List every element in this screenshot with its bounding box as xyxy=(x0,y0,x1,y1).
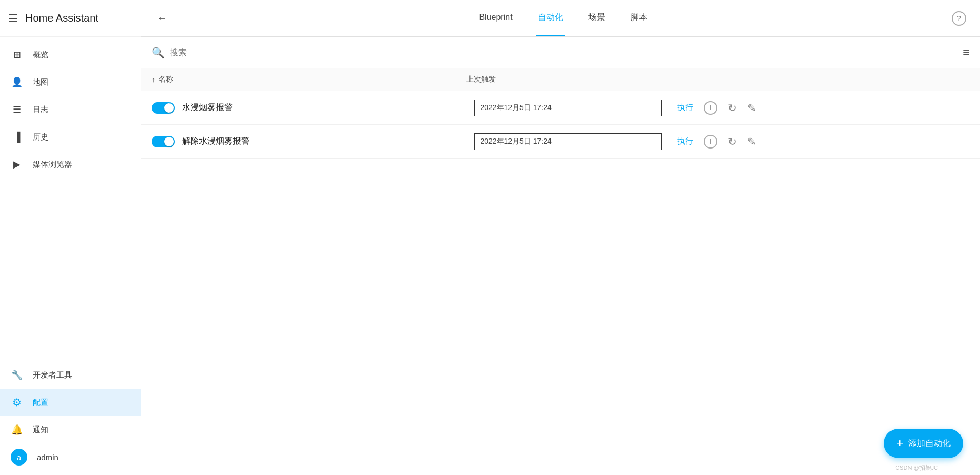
main-content: ← Blueprint自动化场景脚本 ? 🔍 ≡ ↑ 名称 上次触发 水浸烟雾报… xyxy=(141,0,980,475)
toggle-switch-row2[interactable] xyxy=(152,136,175,147)
map-icon: 👤 xyxy=(11,76,23,88)
sidebar: ☰ Home Assistant ⊞ 概览 👤 地图 ☰ 日志 ▐ 历史 ▶ 媒… xyxy=(0,0,141,475)
help-icon: ? xyxy=(952,11,966,26)
history-icon: ▐ xyxy=(11,131,23,143)
col-name-label: 名称 xyxy=(158,75,173,84)
sidebar-bottom: 🔧 开发者工具 ⚙ 配置 🔔 通知 a admin xyxy=(0,357,141,475)
sidebar-label-history: 历史 xyxy=(33,132,48,142)
config-icon: ⚙ xyxy=(11,396,23,409)
admin-avatar: a xyxy=(11,449,27,466)
sidebar-nav: ⊞ 概览 👤 地图 ☰ 日志 ▐ 历史 ▶ 媒体浏览器 xyxy=(0,37,141,357)
execute-button-row1[interactable]: 执行 xyxy=(677,103,693,113)
table-header: ↑ 名称 上次触发 xyxy=(141,68,980,91)
add-automation-fab[interactable]: + 添加自动化 xyxy=(884,429,963,458)
table-row: 水浸烟雾报警 2022年12月5日 17:24 执行 i ↻ ✎ xyxy=(141,91,980,125)
row-actions-row1: 执行 i ↻ ✎ xyxy=(662,101,969,115)
row-last-trigger-row1: 2022年12月5日 17:24 xyxy=(474,100,661,116)
sidebar-item-devtools[interactable]: 🔧 开发者工具 xyxy=(0,361,141,389)
row-last-trigger-row2: 2022年12月5日 17:24 xyxy=(474,133,661,150)
tab-blueprint[interactable]: Blueprint xyxy=(477,0,514,36)
sidebar-item-overview[interactable]: ⊞ 概览 xyxy=(0,41,141,68)
sidebar-item-admin[interactable]: a admin xyxy=(0,443,141,471)
sidebar-label-media: 媒体浏览器 xyxy=(33,160,72,170)
sidebar-label-admin: admin xyxy=(37,453,58,462)
sidebar-label-map: 地图 xyxy=(33,77,48,87)
search-input[interactable] xyxy=(170,48,957,57)
watermark: CSDN @招架JC xyxy=(895,464,938,472)
filter-icon[interactable]: ≡ xyxy=(963,46,969,60)
sidebar-item-media[interactable]: ▶ 媒体浏览器 xyxy=(0,151,141,178)
media-icon: ▶ xyxy=(11,158,23,171)
table-rows: 水浸烟雾报警 2022年12月5日 17:24 执行 i ↻ ✎ 解除水浸烟雾报… xyxy=(141,91,980,159)
history-icon-row2[interactable]: ↻ xyxy=(728,135,737,148)
row-name-row1: 水浸烟雾报警 xyxy=(182,102,474,113)
sidebar-label-logs: 日志 xyxy=(33,105,48,115)
execute-button-row2[interactable]: 执行 xyxy=(677,136,693,146)
app-title: Home Assistant xyxy=(25,12,98,24)
devtools-icon: 🔧 xyxy=(11,369,23,381)
edit-icon-row2[interactable]: ✎ xyxy=(747,135,756,148)
sidebar-item-map[interactable]: 👤 地图 xyxy=(0,68,141,96)
row-actions-row2: 执行 i ↻ ✎ xyxy=(662,135,969,149)
col-last-trigger-header: 上次触发 xyxy=(466,75,655,84)
search-bar: 🔍 ≡ xyxy=(141,37,980,68)
sidebar-label-overview: 概览 xyxy=(33,50,48,60)
table-row: 解除水浸烟雾报警 2022年12月5日 17:24 执行 i ↻ ✎ xyxy=(141,125,980,159)
tab-script[interactable]: 脚本 xyxy=(628,0,649,36)
sidebar-label-notify: 通知 xyxy=(33,425,48,435)
tab-automation[interactable]: 自动化 xyxy=(536,0,565,36)
col-name-header: ↑ 名称 xyxy=(152,75,466,84)
search-icon: 🔍 xyxy=(152,46,165,59)
menu-icon[interactable]: ☰ xyxy=(8,12,18,25)
row-name-row2: 解除水浸烟雾报警 xyxy=(182,136,474,147)
fab-plus-icon: + xyxy=(896,437,903,450)
sort-arrow-icon[interactable]: ↑ xyxy=(152,75,155,84)
tab-scene[interactable]: 场景 xyxy=(586,0,607,36)
history-icon-row1[interactable]: ↻ xyxy=(728,102,737,114)
topbar: ← Blueprint自动化场景脚本 ? xyxy=(141,0,980,37)
automation-table: ↑ 名称 上次触发 水浸烟雾报警 2022年12月5日 17:24 执行 i ↻… xyxy=(141,68,980,475)
logs-icon: ☰ xyxy=(11,103,23,116)
notify-icon: 🔔 xyxy=(11,423,23,436)
topbar-tabs: Blueprint自动化场景脚本 xyxy=(178,0,948,36)
overview-icon: ⊞ xyxy=(11,48,23,61)
info-icon-row1[interactable]: i xyxy=(704,101,717,115)
sidebar-label-config: 配置 xyxy=(33,398,48,408)
sidebar-header: ☰ Home Assistant xyxy=(0,0,141,37)
back-button[interactable]: ← xyxy=(152,8,173,29)
toggle-switch-row1[interactable] xyxy=(152,102,175,114)
sidebar-item-notify[interactable]: 🔔 通知 xyxy=(0,416,141,443)
toggle-row1[interactable] xyxy=(152,102,175,114)
fab-label: 添加自动化 xyxy=(908,438,951,449)
info-icon-row2[interactable]: i xyxy=(704,135,717,149)
sidebar-item-history[interactable]: ▐ 历史 xyxy=(0,123,141,151)
sidebar-item-config[interactable]: ⚙ 配置 xyxy=(0,389,141,416)
help-button[interactable]: ? xyxy=(948,8,969,29)
edit-icon-row1[interactable]: ✎ xyxy=(747,102,756,114)
sidebar-label-devtools: 开发者工具 xyxy=(33,370,72,380)
sidebar-item-logs[interactable]: ☰ 日志 xyxy=(0,96,141,123)
toggle-row2[interactable] xyxy=(152,136,175,147)
